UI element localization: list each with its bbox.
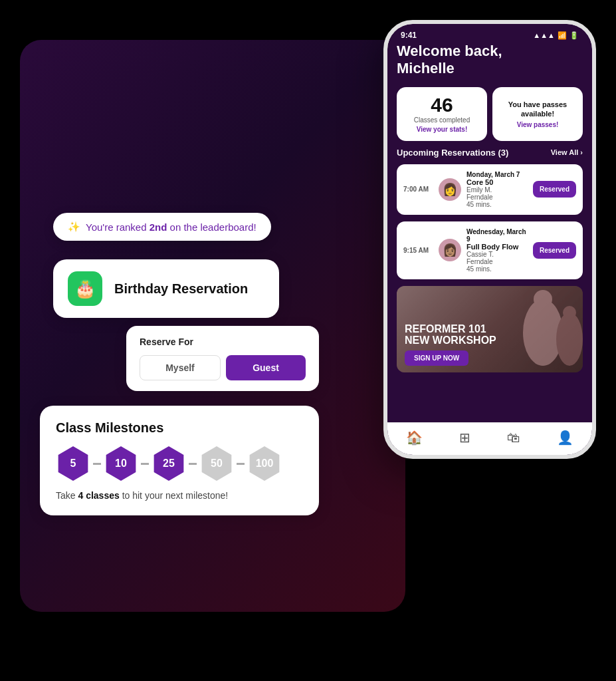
nav-schedule-icon[interactable]: ⊞ (459, 430, 470, 446)
myself-button[interactable]: Myself (140, 355, 221, 380)
phone-screen: 9:41 ▲▲▲ 📶 🔋 Welcome back,Michelle 46 Cl… (387, 24, 592, 455)
res-avatar-2: 👩🏽 (439, 239, 461, 261)
reservation-item-2: 9:15 AM 👩🏽 Wednesday, March 9 Full Body … (397, 221, 583, 279)
guest-button[interactable]: Guest (226, 355, 306, 380)
workshop-content: REFORMER 101 NEW WORKSHOP SIGN UP NOW (397, 317, 504, 372)
passes-stat-card[interactable]: You have passes available! View passes! (492, 87, 583, 141)
reserved-button-1[interactable]: Reserved (533, 181, 576, 198)
bottom-nav: 🏠 ⊞ 🛍 👤 (387, 422, 592, 455)
reserved-button-2[interactable]: Reserved (533, 242, 576, 259)
res-info-2: Wednesday, March 9 Full Body Flow Cassie… (466, 228, 528, 273)
workshop-banner[interactable]: REFORMER 101 NEW WORKSHOP SIGN UP NOW (397, 286, 583, 372)
milestone-5: 5 (56, 446, 90, 481)
classes-link[interactable]: View your stats! (403, 126, 480, 133)
stats-row: 46 Classes completed View your stats! Yo… (397, 87, 583, 141)
nav-home-icon[interactable]: 🏠 (406, 430, 423, 446)
res-date-1: Monday, March 7 (466, 171, 528, 178)
status-icons: ▲▲▲ 📶 🔋 (533, 31, 579, 40)
milestone-dash-3 (189, 463, 197, 465)
phone-button-power (595, 164, 596, 210)
sparkle-icon: ✨ (68, 221, 80, 233)
milestones-card: Class Milestones 5 10 25 50 100 Take 4 c… (40, 406, 319, 515)
upcoming-header: Upcoming Reservations (3) View All › (397, 148, 583, 158)
res-time-2: 9:15 AM (403, 247, 433, 254)
welcome-text: Welcome back,Michelle (397, 43, 583, 78)
signal-icon: ▲▲▲ (533, 31, 555, 39)
svg-point-1 (534, 290, 552, 309)
leaderboard-badge: ✨ You're ranked 2nd on the leaderboard! (53, 213, 271, 241)
res-class-2: Full Body Flow (466, 243, 528, 251)
leaderboard-text: You're ranked 2nd on the leaderboard! (86, 221, 257, 233)
nav-profile-icon[interactable]: 👤 (557, 430, 573, 446)
birthday-icon: 🎂 (68, 271, 102, 306)
classes-label: Classes completed (403, 116, 480, 124)
phone-button-volume (595, 117, 596, 150)
res-date-2: Wednesday, March 9 (466, 228, 528, 243)
res-instructor-2: Cassie T. Ferndale 45 mins. (466, 251, 528, 273)
wifi-icon: 📶 (558, 31, 567, 40)
birthday-reservation-label: Birthday Reservation (114, 281, 248, 297)
milestone-25: 25 (152, 446, 186, 481)
phone-mockup: 9:41 ▲▲▲ 📶 🔋 Welcome back,Michelle 46 Cl… (383, 20, 596, 459)
svg-point-2 (556, 313, 583, 366)
passes-label: You have passes available! (499, 100, 576, 119)
milestones-footer: Take 4 classes to hit your next mileston… (56, 490, 303, 501)
battery-icon: 🔋 (569, 31, 579, 40)
upcoming-title: Upcoming Reservations (3) (397, 148, 508, 158)
nav-shop-icon[interactable]: 🛍 (507, 430, 520, 446)
res-info-1: Monday, March 7 Core 50 Emily M. Ferndal… (466, 171, 528, 208)
reserve-for-card: Reserve For Myself Guest (126, 326, 319, 391)
phone-frame: 9:41 ▲▲▲ 📶 🔋 Welcome back,Michelle 46 Cl… (383, 20, 596, 459)
reserve-for-title: Reserve For (140, 337, 306, 347)
milestone-50: 50 (199, 446, 234, 481)
reservation-item-1: 7:00 AM 👩 Monday, March 7 Core 50 Emily … (397, 164, 583, 215)
milestone-dash-2 (141, 463, 149, 465)
birthday-reservation-card: 🎂 Birthday Reservation (53, 259, 279, 318)
view-all-link[interactable]: View All › (551, 148, 583, 156)
milestones-row: 5 10 25 50 100 (56, 446, 303, 481)
milestone-100: 100 (247, 446, 282, 481)
milestone-dash-1 (93, 463, 101, 465)
workshop-title: REFORMER 101 NEW WORKSHOP (405, 323, 496, 346)
classes-number: 46 (403, 95, 480, 115)
status-bar: 9:41 ▲▲▲ 📶 🔋 (387, 24, 592, 43)
status-time: 9:41 (401, 31, 417, 40)
res-time-1: 7:00 AM (403, 186, 433, 193)
res-avatar-1: 👩 (439, 178, 461, 201)
reserve-buttons: Myself Guest (140, 355, 306, 380)
res-class-1: Core 50 (466, 178, 528, 186)
milestone-10: 10 (104, 446, 138, 481)
classes-stat-card[interactable]: 46 Classes completed View your stats! (397, 87, 487, 141)
svg-point-3 (563, 306, 576, 319)
milestone-dash-4 (237, 463, 245, 465)
signup-button[interactable]: SIGN UP NOW (405, 350, 468, 366)
res-instructor-1: Emily M. Ferndale 45 mins. (466, 186, 528, 208)
milestones-title: Class Milestones (56, 420, 303, 436)
passes-link[interactable]: View passes! (517, 121, 559, 128)
phone-content: Welcome back,Michelle 46 Classes complet… (387, 43, 592, 422)
